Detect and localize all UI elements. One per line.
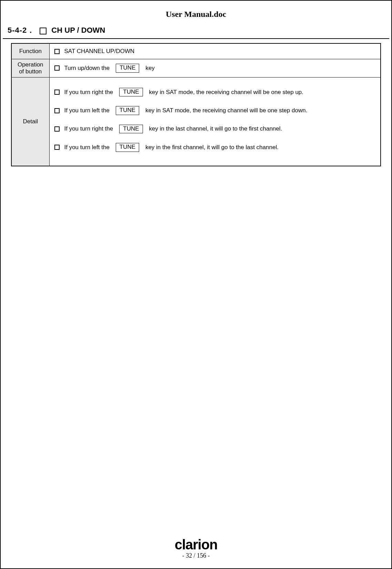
section-number: 5-4-2．	[8, 25, 35, 35]
operation-label-line2: of button	[19, 68, 42, 75]
detail-cell: If you turn right the TUNE key in SAT mo…	[49, 77, 381, 166]
tune-keycap: TUNE	[119, 125, 143, 133]
detail-pre: If you turn left the	[64, 144, 110, 151]
function-text: SAT CHANNEL UP/DOWN	[64, 48, 135, 55]
detail-item: If you turn right the TUNE key in SAT mo…	[53, 83, 377, 101]
row-label-detail: Detail	[11, 77, 49, 166]
brand-text: clarion	[175, 538, 217, 551]
checkbox-icon	[54, 108, 60, 113]
table-row: Function SAT CHANNEL UP/DOWN	[11, 43, 381, 59]
detail-item: If you turn left the TUNE key in SAT mod…	[53, 101, 377, 120]
doc-title: User Manual.doc	[1, 1, 391, 25]
detail-item: If you turn right the TUNE key in the la…	[53, 120, 377, 138]
detail-item: If you turn left the TUNE key in the fir…	[53, 138, 377, 156]
operation-label-line1: Operation	[18, 61, 43, 68]
detail-pre: If you turn right the	[64, 89, 113, 96]
table-row: Detail If you turn right the TUNE key in…	[11, 77, 381, 166]
detail-post: key in the first channel, it will go to …	[145, 144, 278, 151]
checkbox-icon	[54, 90, 60, 95]
row-label-function: Function	[11, 43, 49, 59]
tune-keycap: TUNE	[116, 64, 139, 72]
detail-post: key in SAT mode, the receiving channel w…	[149, 89, 303, 96]
tune-keycap: TUNE	[116, 106, 139, 115]
section-heading: 5-4-2． CH UP / DOWN	[3, 25, 389, 39]
detail-block: If you turn right the TUNE key in SAT mo…	[53, 80, 377, 164]
detail-pre: If you turn right the	[64, 125, 113, 132]
page-footer: clarion - 32 / 156 -	[1, 538, 391, 559]
section-title: CH UP / DOWN	[51, 26, 105, 35]
detail-post: key in SAT mode, the receiving channel w…	[145, 107, 307, 114]
detail-post: key in the last channel, it will go to t…	[149, 125, 282, 132]
brand-logo: clarion	[175, 538, 217, 551]
checkbox-icon	[54, 145, 60, 150]
operation-line: Turn up/down the TUNE key	[53, 62, 377, 74]
function-line: SAT CHANNEL UP/DOWN	[53, 46, 377, 57]
spec-table-wrap: Function SAT CHANNEL UP/DOWN Operation o…	[1, 39, 391, 166]
checkbox-icon	[54, 126, 60, 132]
tune-keycap: TUNE	[119, 88, 143, 96]
operation-cell: Turn up/down the TUNE key	[49, 59, 381, 77]
detail-pre: If you turn left the	[64, 107, 110, 114]
checkbox-icon	[54, 49, 60, 54]
operation-pre: Turn up/down the	[64, 65, 110, 72]
spec-table: Function SAT CHANNEL UP/DOWN Operation o…	[11, 43, 381, 166]
function-cell: SAT CHANNEL UP/DOWN	[49, 43, 381, 59]
table-row: Operation of button Turn up/down the TUN…	[11, 59, 381, 77]
tune-keycap: TUNE	[116, 143, 139, 152]
page-number: - 32 / 156 -	[1, 552, 391, 559]
checkbox-icon	[54, 65, 60, 71]
row-label-operation: Operation of button	[11, 59, 49, 77]
page-frame: User Manual.doc 5-4-2． CH UP / DOWN Func…	[0, 0, 392, 569]
checkbox-icon	[40, 28, 47, 34]
operation-post: key	[145, 65, 154, 72]
